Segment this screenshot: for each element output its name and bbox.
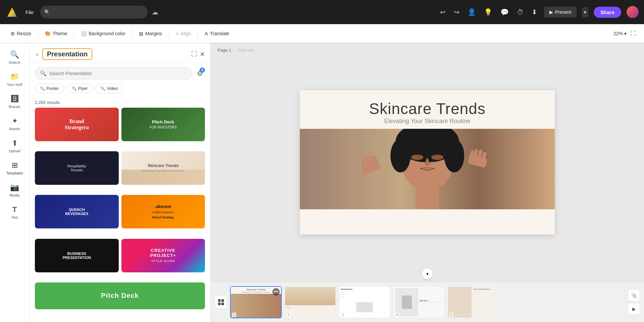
toolbar-divider-2: [74, 29, 74, 38]
template-label: BUSINESSPRESENTATION: [61, 250, 92, 261]
template-label: 𝒜venueCoffee RoastersBrand Strategy: [151, 203, 175, 221]
slide-strip: Skincare Trends Elevating Your Skincare …: [211, 282, 644, 322]
slide-subtitle: Elevating Your Skincare Routine: [313, 118, 541, 125]
panel-expand-button[interactable]: ⛶: [191, 51, 197, 58]
slide-number-4: 4: [395, 313, 399, 317]
sidebar-item-media[interactable]: 📷 Media: [1, 180, 28, 201]
translate-button[interactable]: A Translate: [201, 29, 233, 38]
zoom-control[interactable]: 22% ▾: [613, 31, 627, 36]
sidebar-item-assets[interactable]: ✦ Assets: [1, 113, 28, 134]
sidebar-item-templates[interactable]: ⊞ Templates: [1, 158, 28, 178]
sidebar-item-brands-label: Brands: [9, 105, 20, 109]
suggestions-button[interactable]: 💡: [483, 7, 494, 17]
strip-forward-button[interactable]: ▶: [628, 303, 640, 315]
strip-right-actions: 📎 ▶: [628, 289, 640, 315]
svg-rect-20: [218, 299, 221, 302]
template-card-quench[interactable]: QUENCHBEVERAGES: [35, 195, 119, 228]
template-label: QUENCHBEVERAGES: [64, 206, 90, 217]
flyer-search-icon: 🔍: [72, 86, 77, 91]
strip-clip-button[interactable]: 📎: [628, 289, 640, 302]
svg-point-8: [431, 155, 443, 160]
add-collaborator-button[interactable]: 👤: [466, 7, 477, 17]
topbar: File 🔍 ☁ ↩ ↪ 👤 💡 💬 ⏱ ⬇ ▶ Present ▾ Share: [0, 0, 644, 24]
grid-view-button[interactable]: [215, 296, 227, 309]
slide-thumb-5[interactable]: Personalized Skinca... — — —— — 5: [447, 286, 499, 318]
template-card-pitch-deck-green[interactable]: Pitch Deck: [35, 282, 205, 309]
zoom-value: 22%: [613, 31, 623, 36]
slide-thumb-1[interactable]: Skincare Trends Elevating Your Skincare …: [230, 286, 282, 318]
present-button[interactable]: ▶ Present: [544, 7, 577, 17]
panel-close-button[interactable]: ✕: [200, 51, 205, 58]
add-title-text[interactable]: Add title: [238, 48, 254, 53]
template-card-creative[interactable]: CREATIVEPROJECT+STYLE GUIDE: [121, 239, 205, 272]
sidebar-item-assets-label: Assets: [9, 127, 20, 131]
fit-screen-button[interactable]: ⛶: [629, 29, 637, 38]
slide-thumb-3[interactable]: Introduction — — —— — —— — 3: [339, 286, 390, 318]
filter-button[interactable]: ⚙ 2: [195, 67, 205, 79]
quick-filter-poster[interactable]: 🔍 Poster: [35, 84, 64, 93]
svg-point-5: [390, 139, 411, 172]
present-dropdown-button[interactable]: ▾: [582, 7, 588, 17]
sidebar-item-text[interactable]: T Text: [1, 202, 28, 223]
user-avatar[interactable]: [627, 6, 639, 18]
canvas-main: Page 1 - Add title Skincare Trends Eleva…: [211, 43, 644, 282]
topbar-search-bar[interactable]: 🔍: [40, 6, 148, 18]
slide-menu-1[interactable]: •••: [272, 288, 280, 296]
quick-filters: 🔍 Poster 🔍 Flyer 🔍 Video: [30, 84, 210, 97]
template-card-pitch-deck[interactable]: Pitch DeckFOR INVESTORS: [121, 108, 205, 141]
slide-thumb-2[interactable]: ▪ ▪ ▪ 2: [284, 286, 336, 318]
share-button[interactable]: Share: [594, 7, 621, 18]
expand-slide-button[interactable]: ▾: [422, 268, 433, 279]
slide-main-title: Skincare Trends: [313, 100, 541, 118]
undo-button[interactable]: ↩: [439, 7, 447, 17]
slide-title-area: Skincare Trends Elevating Your Skincare …: [300, 90, 555, 129]
theme-icon: 🎨: [45, 31, 51, 36]
zoom-dropdown-icon: ▾: [624, 31, 627, 36]
sidebar-item-your-stuff[interactable]: 📁 Your stuff: [1, 69, 28, 90]
upload-icon: ⬆: [12, 139, 18, 148]
resize-button[interactable]: ⊞ Resize: [7, 29, 35, 38]
toolbar-divider-1: [38, 29, 38, 38]
timer-button[interactable]: ⏱: [516, 7, 525, 17]
sidebar-item-search-label: Search: [9, 60, 20, 64]
video-search-icon: 🔍: [100, 86, 105, 91]
bg-color-button[interactable]: ⬜ Background color: [77, 29, 129, 38]
template-card-hospitality[interactable]: HospitalityTrends: [35, 151, 119, 185]
align-label: Align: [180, 31, 191, 36]
panel-back-button[interactable]: ‹: [35, 49, 40, 59]
slide-image: [300, 129, 555, 209]
quick-filter-flyer[interactable]: 🔍 Flyer: [67, 84, 93, 93]
svg-point-7: [411, 155, 423, 160]
sidebar-item-search[interactable]: 🔍 Search: [1, 47, 28, 68]
slide-container: Skincare Trends Elevating Your Skincare …: [300, 90, 555, 234]
template-card-skincare[interactable]: Skincare TrendsElevating Your Skincare R…: [121, 151, 205, 185]
download-button[interactable]: ⬇: [530, 7, 539, 17]
file-menu[interactable]: File: [23, 8, 36, 16]
panel-search-container[interactable]: 🔍: [35, 67, 192, 79]
resize-icon: ⊞: [11, 31, 15, 36]
comments-button[interactable]: 💬: [499, 7, 510, 17]
margins-button[interactable]: ▤ Margins: [135, 29, 166, 38]
svg-rect-23: [221, 303, 224, 305]
topbar-actions: ↩ ↪ 👤 💡 💬 ⏱ ⬇ ▶ Present ▾ Share: [439, 6, 639, 18]
panel-search-input[interactable]: [49, 71, 187, 76]
redo-button[interactable]: ↪: [452, 7, 461, 17]
slide-number-3: 3: [341, 313, 345, 317]
app-logo[interactable]: [5, 5, 19, 19]
sidebar-item-your-stuff-label: Your stuff: [7, 83, 22, 87]
sidebar-item-brands[interactable]: 🅱 Brands: [1, 91, 28, 112]
cloud-save-icon[interactable]: ☁: [152, 8, 158, 16]
svg-point-6: [444, 139, 464, 172]
slide-thumb-4[interactable]: Skin Story — — — 4: [393, 286, 445, 318]
present-label: Present: [555, 9, 571, 15]
sidebar-item-upload[interactable]: ⬆ Upload: [1, 136, 28, 156]
quick-filter-video[interactable]: 🔍 Video: [95, 84, 123, 93]
topbar-search-input[interactable]: [53, 9, 120, 15]
template-card-brand-strategy[interactable]: BrandStrategera: [35, 108, 119, 141]
align-button[interactable]: ≡ Align: [172, 29, 195, 38]
template-card-business[interactable]: BUSINESSPRESENTATION: [35, 239, 119, 272]
template-card-avenue[interactable]: 𝒜venueCoffee RoastersBrand Strategy: [121, 195, 205, 228]
forward-icon: ▶: [632, 306, 636, 312]
present-icon: ▶: [549, 9, 553, 15]
theme-button[interactable]: 🎨 Theme: [41, 29, 71, 38]
